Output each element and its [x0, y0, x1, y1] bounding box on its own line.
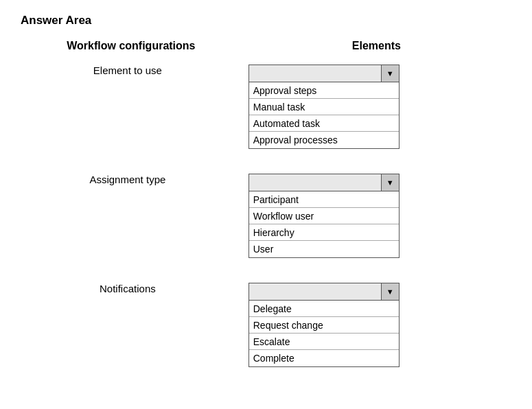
elements-col-0: ▼Approval stepsManual taskAutomated task… [242, 59, 511, 161]
list-item[interactable]: Hierarchy [249, 224, 399, 241]
list-item[interactable]: Escalate [249, 334, 399, 350]
list-item[interactable]: Participant [249, 191, 399, 208]
list-item[interactable]: Delegate [249, 301, 399, 317]
dropdown-list-0: Approval stepsManual taskAutomated taskA… [248, 82, 400, 149]
dropdown-header-1[interactable]: ▼ [248, 174, 400, 191]
list-item[interactable]: Request change [249, 317, 399, 334]
dropdown-arrow-1[interactable]: ▼ [381, 174, 399, 191]
config-label-0: Element to use [21, 59, 242, 161]
dropdown-arrow-2[interactable]: ▼ [381, 283, 399, 300]
col-header-workflow: Workflow configurations [21, 40, 242, 59]
list-item[interactable]: Approval steps [249, 82, 399, 99]
elements-col-1: ▼ParticipantWorkflow userHierarchyUser [242, 168, 511, 270]
dropdown-header-0[interactable]: ▼ [248, 65, 400, 82]
col-header-elements: Elements [242, 40, 511, 59]
list-item[interactable]: Workflow user [249, 208, 399, 224]
list-item[interactable]: Manual task [249, 99, 399, 115]
config-label-2: Notifications [21, 277, 242, 379]
answer-area-title: Answer Area [21, 14, 511, 27]
dropdown-list-2: DelegateRequest changeEscalateComplete [248, 301, 400, 367]
dropdown-arrow-0[interactable]: ▼ [381, 65, 399, 82]
list-item[interactable]: Automated task [249, 115, 399, 132]
elements-col-2: ▼DelegateRequest changeEscalateComplete [242, 277, 511, 379]
dropdown-header-2[interactable]: ▼ [248, 283, 400, 301]
dropdown-list-1: ParticipantWorkflow userHierarchyUser [248, 191, 400, 258]
list-item[interactable]: User [249, 241, 399, 257]
config-label-1: Assignment type [21, 168, 242, 270]
list-item[interactable]: Approval processes [249, 132, 399, 148]
list-item[interactable]: Complete [249, 350, 399, 366]
